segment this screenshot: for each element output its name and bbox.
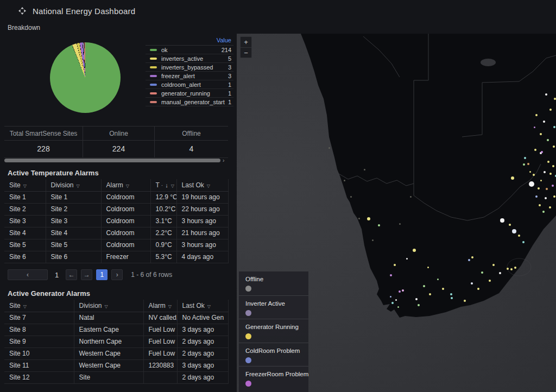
- legend-row-ok[interactable]: ok 214: [146, 46, 233, 54]
- map-marker[interactable]: [429, 293, 431, 295]
- map-marker[interactable]: [364, 169, 365, 170]
- map-marker[interactable]: [542, 211, 545, 213]
- filter-icon[interactable]: ▽: [23, 184, 27, 188]
- map-marker[interactable]: [535, 195, 538, 198]
- pagination-next-button[interactable]: ›: [111, 269, 123, 280]
- map-marker[interactable]: [499, 272, 501, 274]
- map-marker[interactable]: [534, 127, 535, 128]
- map-marker[interactable]: [541, 151, 543, 153]
- map-marker[interactable]: [540, 180, 542, 181]
- pagination-last-button[interactable]: →: [81, 269, 92, 280]
- map-marker[interactable]: [423, 285, 425, 287]
- map-marker[interactable]: [397, 306, 399, 308]
- map-marker[interactable]: [489, 280, 491, 282]
- map-marker[interactable]: [471, 282, 473, 284]
- column-header-division[interactable]: Division▽: [46, 179, 101, 191]
- geomap-panel[interactable]: + − Offline Inverter Active Generator Ru…: [237, 34, 556, 392]
- map-marker[interactable]: [427, 267, 429, 268]
- filter-icon[interactable]: ▽: [77, 184, 80, 188]
- map-marker[interactable]: [553, 126, 555, 128]
- map-marker[interactable]: [372, 239, 374, 241]
- column-header-last-ok[interactable]: Last Ok▽: [176, 179, 228, 191]
- map-marker[interactable]: [553, 146, 555, 148]
- map-marker[interactable]: [450, 293, 452, 295]
- filter-icon[interactable]: ▽: [168, 304, 172, 309]
- map-marker[interactable]: [410, 196, 412, 198]
- zoom-out-button[interactable]: −: [241, 47, 251, 58]
- map-marker[interactable]: [500, 218, 504, 223]
- filter-icon[interactable]: ▽: [105, 304, 108, 309]
- map-marker[interactable]: [511, 176, 514, 180]
- pagination-first-button[interactable]: ←: [66, 269, 77, 280]
- map-marker[interactable]: [549, 109, 552, 111]
- map-marker[interactable]: [390, 296, 391, 298]
- map-marker[interactable]: [549, 173, 552, 175]
- map-marker[interactable]: [538, 187, 540, 189]
- map-marker[interactable]: [545, 93, 547, 96]
- map-marker[interactable]: [543, 121, 545, 123]
- map-marker[interactable]: [402, 289, 404, 292]
- map-marker[interactable]: [549, 206, 551, 208]
- map-marker[interactable]: [344, 180, 345, 181]
- map-marker[interactable]: [535, 114, 538, 116]
- legend-row-manual-generator-start[interactable]: manual_generator_start 1: [146, 98, 233, 106]
- legend-row-inverters-bypassed[interactable]: inverters_bypassed 3: [146, 63, 233, 72]
- map-marker[interactable]: [468, 259, 470, 261]
- map-marker[interactable]: [492, 264, 495, 266]
- map-marker[interactable]: [534, 149, 536, 151]
- map-marker[interactable]: [510, 268, 513, 270]
- map-marker[interactable]: [350, 196, 352, 198]
- map-marker[interactable]: [544, 171, 546, 173]
- map-marker[interactable]: [391, 302, 394, 304]
- legend-row-coldroom-alert[interactable]: coldroom_alert 1: [146, 80, 233, 89]
- sort-desc-icon[interactable]: ↓: [165, 182, 168, 188]
- map-marker[interactable]: [399, 223, 401, 225]
- column-header-alarm[interactable]: Alarm▽: [143, 300, 177, 312]
- map-marker[interactable]: [552, 185, 554, 187]
- column-header-alarm[interactable]: Alarm▽: [101, 179, 150, 191]
- pagination-current-page-button[interactable]: 1: [96, 269, 108, 280]
- map-marker[interactable]: [523, 163, 525, 166]
- map-marker[interactable]: [524, 157, 526, 159]
- map-marker[interactable]: [545, 197, 547, 199]
- filter-icon[interactable]: ▽: [171, 184, 174, 188]
- map-marker[interactable]: [477, 288, 479, 290]
- map-marker[interactable]: [540, 133, 542, 135]
- map-marker[interactable]: [413, 249, 416, 252]
- map-marker[interactable]: [418, 304, 420, 306]
- map-marker[interactable]: [415, 298, 418, 300]
- map-marker[interactable]: [394, 264, 396, 266]
- column-header-division[interactable]: Division▽: [74, 300, 143, 312]
- map-marker[interactable]: [442, 288, 444, 290]
- legend-row-freezer-alert[interactable]: freezer_alert 3: [146, 72, 233, 80]
- map-marker[interactable]: [533, 174, 535, 176]
- pagination-back-button[interactable]: ‹: [8, 269, 48, 280]
- map-marker[interactable]: [437, 279, 439, 280]
- map-marker[interactable]: [547, 161, 549, 163]
- filter-icon[interactable]: ▽: [207, 304, 211, 309]
- map-marker[interactable]: [514, 267, 516, 269]
- map-marker[interactable]: [522, 241, 525, 243]
- map-marker[interactable]: [554, 98, 556, 100]
- map-marker[interactable]: [395, 299, 397, 301]
- zoom-in-button[interactable]: +: [241, 37, 251, 47]
- map-marker[interactable]: [328, 147, 330, 149]
- column-header-site[interactable]: Site▽: [4, 300, 74, 312]
- legend-row-inverters-active[interactable]: inverters_active 5: [146, 54, 233, 63]
- column-header-site[interactable]: Site▽: [4, 179, 46, 191]
- filter-icon[interactable]: ▽: [126, 184, 129, 188]
- scrollbar-thumb[interactable]: [4, 159, 220, 162]
- map-marker[interactable]: [378, 224, 380, 226]
- map-marker[interactable]: [451, 297, 453, 299]
- map-marker[interactable]: [507, 268, 509, 270]
- map-marker[interactable]: [406, 258, 408, 260]
- horizontal-scrollbar[interactable]: ›: [4, 158, 228, 162]
- map-marker[interactable]: [358, 218, 360, 219]
- legend-value-header[interactable]: Value: [146, 36, 233, 46]
- map-marker[interactable]: [464, 300, 466, 302]
- map-marker[interactable]: [518, 235, 520, 237]
- filter-icon[interactable]: ▽: [23, 304, 27, 309]
- filter-icon[interactable]: ▽: [207, 184, 210, 188]
- map-marker[interactable]: [529, 171, 531, 173]
- map-marker[interactable]: [527, 163, 529, 165]
